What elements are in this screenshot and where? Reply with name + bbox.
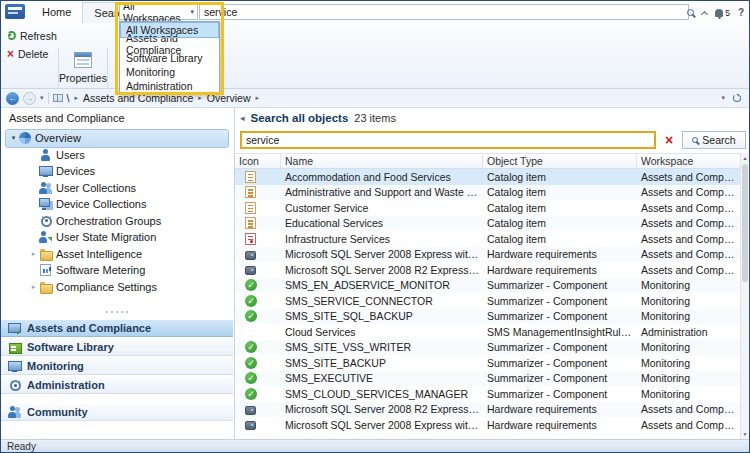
row-object-type-cell: Summarizer - Component xyxy=(483,310,637,322)
table-row-sms-cloud-services-manager[interactable]: SMS_CLOUD_SERVICES_MANAGERSummarizer - C… xyxy=(235,386,740,402)
table-row-sms-site-vss-writer[interactable]: SMS_SITE_VSS_WRITERSummarizer - Componen… xyxy=(235,340,740,356)
tree-item-label: Software Metering xyxy=(56,264,145,276)
table-row-cloud-services[interactable]: Cloud ServicesSMS ManagementInsightRuleG… xyxy=(235,324,740,340)
sidebar-item-devices[interactable]: Devices xyxy=(6,163,228,180)
user-icon xyxy=(39,149,52,161)
row-workspace-cell: Monitoring xyxy=(637,310,740,322)
ribbon-collapse-icon[interactable] xyxy=(702,9,707,17)
results-table-header: IconNameObject TypeWorkspace xyxy=(235,153,740,169)
search-icon[interactable] xyxy=(687,9,694,16)
row-name-cell: SMS_EN_ADSERVICE_MONITOR xyxy=(281,279,483,291)
table-row-microsoft-sql-server-2008-r2-express-with-advance[interactable]: Microsoft SQL Server 2008 R2 Express wit… xyxy=(235,262,740,278)
table-row-accommodation-and-food-services[interactable]: Accommodation and Food ServicesCatalog i… xyxy=(235,169,740,185)
sidebar-item-compliance-settings[interactable]: ▸Compliance Settings xyxy=(6,279,228,296)
sidebar-item-user-collections[interactable]: User Collections xyxy=(6,180,228,197)
row-name-cell: Administrative and Support and Waste Man… xyxy=(281,186,483,198)
scroll-up-icon[interactable]: ▲ xyxy=(741,153,749,163)
tree-expander-icon[interactable]: ▾ xyxy=(8,134,19,142)
row-icon-cell xyxy=(235,357,281,369)
ribbon-tab-bar: Home Search All Workspaces ▾ service 5 ? xyxy=(1,1,749,23)
workspace-button-label: Monitoring xyxy=(27,360,84,372)
workspace-scope-dropdown[interactable]: All Workspaces ▾ xyxy=(119,4,198,20)
row-object-type-cell: Hardware requirements xyxy=(483,264,637,276)
workspace-button-software-library[interactable]: Software Library xyxy=(1,338,233,356)
workspace-dropdown-menu: All WorkspacesAssets and ComplianceSoftw… xyxy=(119,21,220,95)
history-chevron-icon[interactable]: ▾ xyxy=(40,94,44,102)
users-icon xyxy=(8,406,21,418)
results-count: 23 items xyxy=(354,112,396,124)
sidebar-item-users[interactable]: Users xyxy=(6,147,228,164)
scrollbar-thumb[interactable] xyxy=(742,164,748,282)
row-object-type-cell: SMS ManagementInsightRuleGroups xyxy=(483,326,637,338)
row-workspace-cell: Monitoring xyxy=(637,295,740,307)
workspace-option-assets-and-compliance[interactable]: Assets and Compliance xyxy=(121,37,218,51)
column-header-name[interactable]: Name xyxy=(281,154,483,168)
sidebar-item-overview[interactable]: ▾Overview xyxy=(6,130,228,147)
sidebar-item-software-metering[interactable]: Software Metering xyxy=(6,262,228,279)
table-row-infrastructure-services[interactable]: Infrastructure ServicesCatalog itemAsset… xyxy=(235,231,740,247)
vertical-scrollbar[interactable]: ▲ ▼ xyxy=(740,153,749,439)
help-icon[interactable]: ? xyxy=(738,7,744,18)
sidebar-item-user-state-migration[interactable]: User State Migration xyxy=(6,229,228,246)
back-button[interactable]: ← xyxy=(6,92,19,105)
refresh-view-icon[interactable] xyxy=(733,94,741,102)
tree-item-label: User Collections xyxy=(56,182,136,194)
column-header-icon[interactable]: Icon xyxy=(235,154,281,168)
tree-item-label: Asset Intelligence xyxy=(56,248,142,260)
table-row-microsoft-sql-server-2008-r2-express-with-advance[interactable]: Microsoft SQL Server 2008 R2 Express wit… xyxy=(235,402,740,418)
table-row-sms-site-sql-backup[interactable]: SMS_SITE_SQL_BACKUPSummarizer - Componen… xyxy=(235,309,740,325)
row-name-cell: Infrastructure Services xyxy=(281,233,483,245)
workspace-button-monitoring[interactable]: Monitoring xyxy=(1,357,233,375)
row-icon-cell xyxy=(235,341,281,353)
clear-search-button[interactable]: × xyxy=(660,131,678,149)
sidebar-item-device-collections[interactable]: Device Collections xyxy=(6,196,228,213)
table-row-sms-site-backup[interactable]: SMS_SITE_BACKUPSummarizer - ComponentMon… xyxy=(235,355,740,371)
app-icon[interactable] xyxy=(5,4,25,19)
column-header-workspace[interactable]: Workspace xyxy=(637,154,740,168)
table-row-educational-services[interactable]: Educational ServicesCatalog itemAssets a… xyxy=(235,216,740,232)
column-header-object-type[interactable]: Object Type xyxy=(483,154,637,168)
tree-expander-icon[interactable]: ▸ xyxy=(28,250,39,258)
refresh-button[interactable]: Refresh xyxy=(4,28,60,43)
workspace-option-monitoring[interactable]: Monitoring xyxy=(121,65,218,79)
table-row-sms-executive[interactable]: SMS_EXECUTIVESummarizer - ComponentMonit… xyxy=(235,371,740,387)
tab-home[interactable]: Home xyxy=(31,2,82,23)
search-icon xyxy=(692,137,698,143)
collapse-pane-icon[interactable]: ◂ xyxy=(240,113,245,123)
row-name-cell: Microsoft SQL Server 2008 R2 Express wit… xyxy=(281,264,483,276)
tree-expander-icon[interactable]: ▸ xyxy=(28,283,39,291)
configuration-manager-window: Home Search All Workspaces ▾ service 5 ?… xyxy=(0,0,750,453)
breadcrumb-root[interactable]: \ xyxy=(67,92,70,104)
search-criteria-input[interactable]: service xyxy=(240,131,656,149)
comp-icon xyxy=(245,388,257,400)
status-bar: Ready xyxy=(1,439,749,452)
sidebar-item-orchestration-groups[interactable]: Orchestration Groups xyxy=(6,213,228,230)
workspace-button-label: Community xyxy=(27,406,88,418)
notifications-bell-icon[interactable]: 5 xyxy=(715,8,730,18)
row-object-type-cell: Summarizer - Component xyxy=(483,279,637,291)
workspace-button-administration[interactable]: Administration xyxy=(1,376,233,394)
search-button[interactable]: Search xyxy=(682,131,746,149)
table-row-sms-en-adservice-monitor[interactable]: SMS_EN_ADSERVICE_MONITORSummarizer - Com… xyxy=(235,278,740,294)
hw-icon xyxy=(245,266,256,275)
workspace-button-assets-and-compliance[interactable]: Assets and Compliance xyxy=(1,319,233,337)
table-row-customer-service[interactable]: Customer ServiceCatalog itemAssets and C… xyxy=(235,200,740,216)
workspace-button-community[interactable]: Community xyxy=(1,403,233,421)
table-row-microsoft-sql-server-2008-express-with-advanced-s[interactable]: Microsoft SQL Server 2008 Express with A… xyxy=(235,417,740,433)
table-row-administrative-and-support-and-waste-management[interactable]: Administrative and Support and Waste Man… xyxy=(235,185,740,201)
recent-locations-icon[interactable]: ▾ xyxy=(721,94,725,102)
table-row-sms-service-connector[interactable]: SMS_SERVICE_CONNECTORSummarizer - Compon… xyxy=(235,293,740,309)
tree-item-label: Overview xyxy=(35,132,81,144)
search-bar: service × Search xyxy=(240,130,746,150)
scroll-down-icon[interactable]: ▼ xyxy=(741,429,749,439)
table-row-microsoft-sql-server-2008-express-with-advanced-s[interactable]: Microsoft SQL Server 2008 Express with A… xyxy=(235,247,740,263)
migration-icon xyxy=(39,231,52,243)
delete-button[interactable]: × Delete xyxy=(4,46,51,61)
global-search-input[interactable]: service xyxy=(199,4,689,20)
sidebar-item-asset-intelligence[interactable]: ▸Asset Intelligence xyxy=(6,246,228,263)
row-workspace-cell: Assets and Compliance xyxy=(637,171,740,183)
workspace-option-administration[interactable]: Administration xyxy=(121,79,218,93)
row-icon-cell xyxy=(235,249,281,260)
pane-splitter[interactable] xyxy=(1,308,233,315)
forward-button[interactable]: → xyxy=(23,92,36,105)
